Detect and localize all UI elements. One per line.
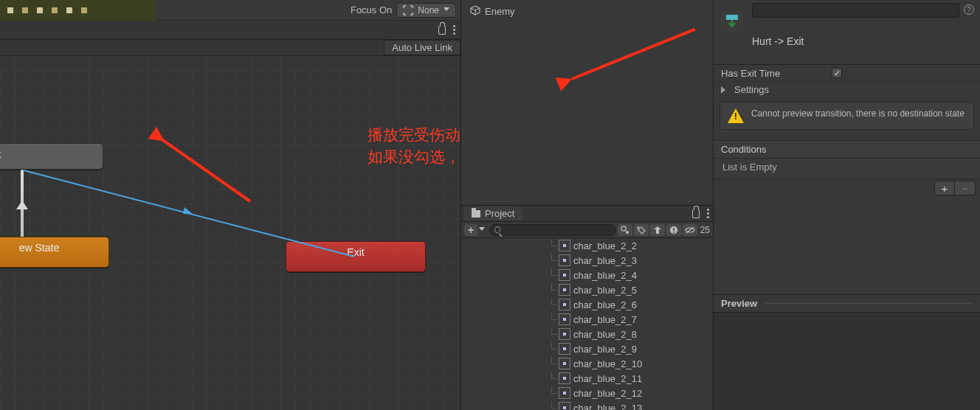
folder-icon [472, 210, 480, 218]
animator-graph[interactable]: Hurt ew State Exit 播放完受伤动画后退出， 如果没勾选，不会播… [0, 56, 460, 410]
focus-value: None [418, 5, 439, 15]
project-panel: Project + [461, 205, 713, 410]
transition-title: Hurt -> Exit [752, 35, 804, 47]
hidden-count: 25 [699, 225, 710, 235]
project-tab-label: Project [485, 208, 514, 219]
sprite-icon [559, 313, 570, 325]
asset-item[interactable]: char_blue_2_8 [551, 327, 713, 341]
svg-point-3 [626, 231, 629, 234]
asset-item[interactable]: char_blue_2_2 [551, 238, 713, 253]
add-condition-button[interactable]: + [934, 181, 955, 195]
scene-toolbar: Focus On None [155, 0, 460, 21]
selected-transition-line [0, 56, 460, 410]
asset-item-label: char_blue_2_6 [573, 299, 637, 310]
state-node-newstate[interactable]: ew State [0, 237, 109, 268]
sprite-icon [559, 372, 570, 384]
focus-on-dropdown[interactable]: None [396, 3, 456, 18]
create-asset-button[interactable]: + [464, 224, 477, 236]
sprite-icon [559, 254, 570, 266]
sprite-icon [559, 358, 570, 369]
transition-icon [721, 10, 743, 32]
warning-box: Cannot preview transition, there is no d… [720, 102, 974, 130]
asset-item[interactable]: char_blue_2_5 [551, 282, 713, 297]
animator-header-strip [0, 21, 460, 40]
help-icon[interactable]: ? [964, 4, 974, 15]
asset-item-label: char_blue_2_9 [573, 344, 637, 355]
project-asset-list[interactable]: char_blue_2_2char_blue_2_3char_blue_2_4c… [461, 238, 713, 410]
conditions-empty-row: List is Empty [714, 159, 980, 179]
gameobject-icon [470, 5, 480, 18]
settings-row[interactable]: Settings [714, 81, 980, 97]
kebab-menu-icon[interactable] [453, 25, 456, 35]
svg-rect-7 [673, 232, 674, 233]
asset-item-label: char_blue_2_12 [573, 388, 642, 399]
sprite-icon [559, 269, 570, 281]
tree-branch-icon [551, 372, 557, 379]
asset-item-label: char_blue_2_11 [573, 373, 642, 384]
asset-item-label: char_blue_2_10 [573, 358, 642, 369]
tree-branch-icon [551, 401, 557, 409]
asset-item-label: char_blue_2_2 [573, 240, 637, 251]
sprite-icon [559, 284, 570, 296]
log-button[interactable] [666, 224, 681, 236]
transition-name-field[interactable] [752, 3, 959, 18]
asset-item[interactable]: char_blue_2_13 [551, 400, 713, 410]
asset-item[interactable]: char_blue_2_10 [551, 356, 713, 371]
hierarchy-item-label: Enemy [485, 6, 514, 17]
tree-branch-icon [551, 254, 557, 261]
preview-area [714, 312, 980, 410]
svg-marker-1 [183, 207, 193, 215]
asset-item[interactable]: char_blue_2_7 [551, 312, 713, 327]
foldout-arrow-icon [721, 86, 725, 94]
animator-panel: Focus On None Auto Live Link Hurt ew Sta… [0, 0, 460, 410]
chevron-down-icon[interactable] [479, 227, 485, 232]
annotation-arrow-right [571, 28, 695, 80]
sprite-icon [559, 343, 570, 355]
has-exit-time-checkbox[interactable]: ✓ [832, 68, 842, 78]
lock-icon[interactable] [692, 209, 700, 218]
auto-live-link-button[interactable]: Auto Live Link [384, 40, 460, 55]
sprite-icon [559, 387, 570, 399]
project-search-input[interactable] [489, 224, 616, 236]
lock-icon[interactable] [438, 26, 446, 35]
project-toolbar: + [461, 222, 713, 238]
asset-item[interactable]: char_blue_2_12 [551, 386, 713, 400]
asset-item-label: char_blue_2_5 [573, 285, 637, 296]
preview-header[interactable]: Preview [714, 294, 980, 312]
state-node-hurt[interactable]: Hurt [0, 143, 103, 170]
save-search-button[interactable] [650, 224, 665, 236]
asset-item[interactable]: char_blue_2_9 [551, 341, 713, 356]
hidden-toggle-button[interactable] [683, 224, 697, 236]
sprite-icon [559, 240, 570, 251]
search-by-type-button[interactable] [618, 224, 632, 236]
asset-item[interactable]: char_blue_2_11 [551, 371, 713, 386]
tree-branch-icon [551, 357, 557, 364]
conditions-list-footer: + − [714, 179, 980, 197]
hierarchy-panel[interactable]: Enemy [461, 0, 713, 205]
scene-preview-strip [0, 0, 155, 21]
search-by-label-button[interactable] [634, 224, 649, 236]
animator-subheader: Auto Live Link [0, 40, 460, 56]
frame-icon [403, 5, 413, 15]
asset-item-label: char_blue_2_3 [573, 255, 637, 266]
focus-on-label: Focus On [351, 4, 392, 15]
sprite-icon [559, 299, 570, 310]
asset-item[interactable]: char_blue_2_3 [551, 253, 713, 268]
project-tab[interactable]: Project [464, 206, 522, 220]
tree-branch-icon [551, 313, 557, 320]
svg-point-4 [638, 228, 640, 229]
asset-item-label: char_blue_2_8 [573, 329, 637, 340]
tree-branch-icon [551, 342, 557, 350]
settings-label: Settings [734, 84, 769, 95]
tree-branch-icon [551, 386, 557, 394]
remove-condition-button[interactable]: − [955, 181, 976, 195]
transition-arrow-icon [16, 201, 28, 209]
project-search-field[interactable] [503, 226, 610, 234]
state-node-exit[interactable]: Exit [286, 241, 426, 272]
hierarchy-item-enemy[interactable]: Enemy [470, 3, 713, 20]
svg-rect-9 [726, 15, 738, 20]
has-exit-time-label: Has Exit Time [721, 68, 824, 79]
asset-item[interactable]: char_blue_2_4 [551, 268, 713, 282]
asset-item[interactable]: char_blue_2_6 [551, 297, 713, 312]
kebab-menu-icon[interactable] [707, 209, 710, 218]
